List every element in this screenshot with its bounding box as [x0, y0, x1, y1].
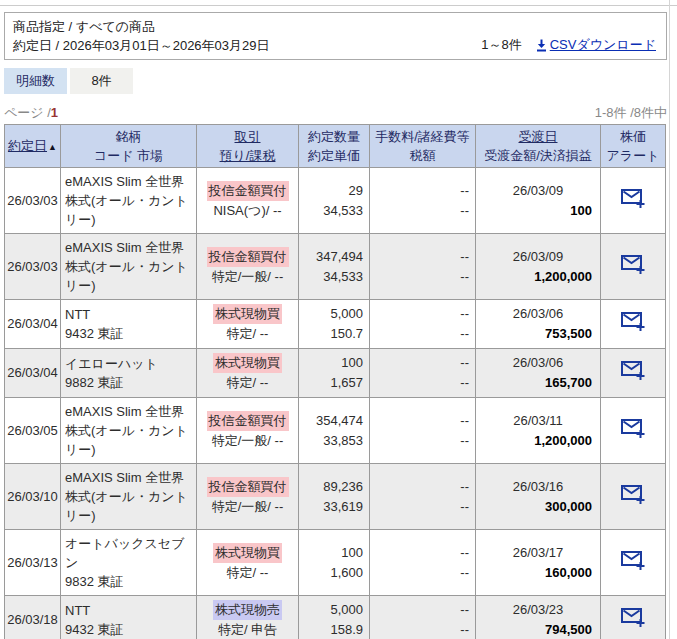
exec-quantity: 89,236 — [301, 477, 363, 497]
settlement-amount: 1,200,000 — [478, 267, 598, 287]
stock-alert-mail-button[interactable] — [620, 359, 646, 381]
mail-plus-icon — [620, 187, 646, 209]
settlement-amount: 300,000 — [478, 497, 598, 517]
fee-tax-cell: -- -- — [370, 234, 476, 300]
fee-value: -- — [372, 353, 469, 373]
trade-header-link2[interactable]: 預り/課税 — [198, 146, 297, 165]
exec-date-cell: 26/03/05 — [5, 398, 61, 464]
exec-quantity: 29 — [301, 181, 363, 201]
fee-tax-cell: -- -- — [370, 349, 476, 398]
fee-value: -- — [372, 543, 469, 563]
tax-value: -- — [372, 267, 469, 287]
stock-name: eMAXIS Slim 全世界株式(オール・カントリー) — [65, 402, 193, 459]
fee-value: -- — [372, 411, 469, 431]
exec-quantity: 5,000 — [301, 304, 363, 324]
table-row: 26/03/03 eMAXIS Slim 全世界株式(オール・カントリー) 投信… — [5, 168, 666, 234]
trade-label: 投信金額買付 — [207, 247, 289, 267]
settlement-cell: 26/03/09 1,200,000 — [476, 234, 601, 300]
stock-cell: eMAXIS Slim 全世界株式(オール・カントリー) — [61, 234, 197, 300]
fee-tax-cell: -- -- — [370, 300, 476, 349]
detail-count-value: 8件 — [70, 68, 133, 94]
settlement-cell: 26/03/16 300,000 — [476, 464, 601, 530]
tax-value: -- — [372, 497, 469, 517]
exec-unit-price: 33,619 — [301, 497, 363, 517]
trade-label: 投信金額買付 — [207, 181, 289, 201]
quantity-price-cell: 100 1,657 — [299, 349, 370, 398]
account-tax-type: NISA(つ)/ -- — [199, 201, 296, 221]
column-header-exec-date[interactable]: 約定日▲ — [5, 125, 61, 168]
fee-tax-cell: -- -- — [370, 596, 476, 639]
trade-cell: 投信金額買付 NISA(つ)/ -- — [197, 168, 299, 234]
stock-alert-mail-button[interactable] — [620, 417, 646, 439]
quantity-price-cell: 354,474 33,853 — [299, 398, 370, 464]
quantity-price-cell: 89,236 33,619 — [299, 464, 370, 530]
exec-date-cell: 26/03/03 — [5, 234, 61, 300]
trade-cell: 株式現物買 特定/ -- — [197, 300, 299, 349]
sort-ascending-icon: ▲ — [48, 142, 57, 152]
tax-value: -- — [372, 431, 469, 451]
top-divider — [0, 0, 677, 6]
csv-download-link[interactable]: CSVダウンロード — [536, 36, 656, 54]
exec-date-cell: 26/03/04 — [5, 300, 61, 349]
settlement-amount: 753,500 — [478, 324, 598, 344]
alert-cell — [601, 349, 666, 398]
column-header-trade[interactable]: 取引 預り/課税 — [197, 125, 299, 168]
settlement-cell: 26/03/11 1,200,000 — [476, 398, 601, 464]
account-tax-type: 特定/ -- — [199, 563, 296, 583]
csv-download-label: CSVダウンロード — [550, 36, 656, 54]
settle-header-link[interactable]: 受渡日 — [477, 127, 599, 146]
stock-cell: eMAXIS Slim 全世界株式(オール・カントリー) — [61, 464, 197, 530]
fee-value: -- — [372, 181, 469, 201]
table-row: 26/03/03 eMAXIS Slim 全世界株式(オール・カントリー) 投信… — [5, 234, 666, 300]
tax-value: -- — [372, 620, 469, 639]
settlement-date: 26/03/11 — [478, 411, 598, 431]
stock-cell: NTT 9432 東証 — [61, 300, 197, 349]
exec-date-cell: 26/03/03 — [5, 168, 61, 234]
settlement-date: 26/03/06 — [478, 304, 598, 324]
fee-value: -- — [372, 304, 469, 324]
trade-history-table: 約定日▲ 銘柄 コード 市場 取引 預り/課税 約定数量 約定単価 手数料/諸経… — [4, 124, 666, 639]
settlement-date: 26/03/16 — [478, 477, 598, 497]
fee-tax-cell: -- -- — [370, 530, 476, 596]
fee-header-line2: 税額 — [371, 146, 474, 165]
qty-header-line2: 約定単価 — [300, 146, 368, 165]
detail-count-label: 明細数 — [4, 68, 67, 94]
page-indicator: ページ /1 — [4, 104, 58, 122]
stock-alert-mail-button[interactable] — [620, 253, 646, 275]
table-row: 26/03/04 NTT 9432 東証 株式現物買 特定/ -- 5,000 … — [5, 300, 666, 349]
alert-header-line2: アラート — [602, 146, 664, 165]
settlement-amount: 794,500 — [478, 620, 598, 639]
stock-cell: eMAXIS Slim 全世界株式(オール・カントリー) — [61, 168, 197, 234]
trade-header-link1[interactable]: 取引 — [198, 127, 297, 146]
mail-plus-icon — [620, 310, 646, 332]
mail-plus-icon — [620, 483, 646, 505]
stock-code-market: 9432 東証 — [65, 620, 193, 639]
pagination-top: ページ /1 1-8件 /8件中 — [4, 104, 667, 122]
settlement-date: 26/03/17 — [478, 543, 598, 563]
stock-alert-mail-button[interactable] — [620, 483, 646, 505]
alert-cell — [601, 596, 666, 639]
alert-cell — [601, 300, 666, 349]
trade-cell: 株式現物売 特定/ 申告 — [197, 596, 299, 639]
mail-plus-icon — [620, 253, 646, 275]
column-header-settlement[interactable]: 受渡日 受渡金額/決済損益 — [476, 125, 601, 168]
page-label: ページ — [4, 105, 44, 120]
column-header-alert: 株価 アラート — [601, 125, 666, 168]
exec-date-cell: 26/03/04 — [5, 349, 61, 398]
stock-alert-mail-button[interactable] — [620, 549, 646, 571]
trade-cell: 投信金額買付 特定/一般/ -- — [197, 464, 299, 530]
fee-tax-cell: -- -- — [370, 168, 476, 234]
trade-cell: 株式現物買 特定/ -- — [197, 530, 299, 596]
settlement-date: 26/03/06 — [478, 353, 598, 373]
stock-alert-mail-button[interactable] — [620, 187, 646, 209]
account-tax-type: 特定/一般/ -- — [199, 267, 296, 287]
mail-plus-icon — [620, 359, 646, 381]
stock-alert-mail-button[interactable] — [620, 310, 646, 332]
stock-alert-mail-button[interactable] — [620, 606, 646, 628]
exec-date-sort-link[interactable]: 約定日 — [8, 138, 47, 153]
settlement-amount: 100 — [478, 201, 598, 221]
quantity-price-cell: 5,000 158.9 — [299, 596, 370, 639]
trade-label: 投信金額買付 — [207, 477, 289, 497]
account-tax-type: 特定/ 申告 — [199, 620, 296, 639]
settle-header-line2: 受渡金額/決済損益 — [477, 146, 599, 165]
